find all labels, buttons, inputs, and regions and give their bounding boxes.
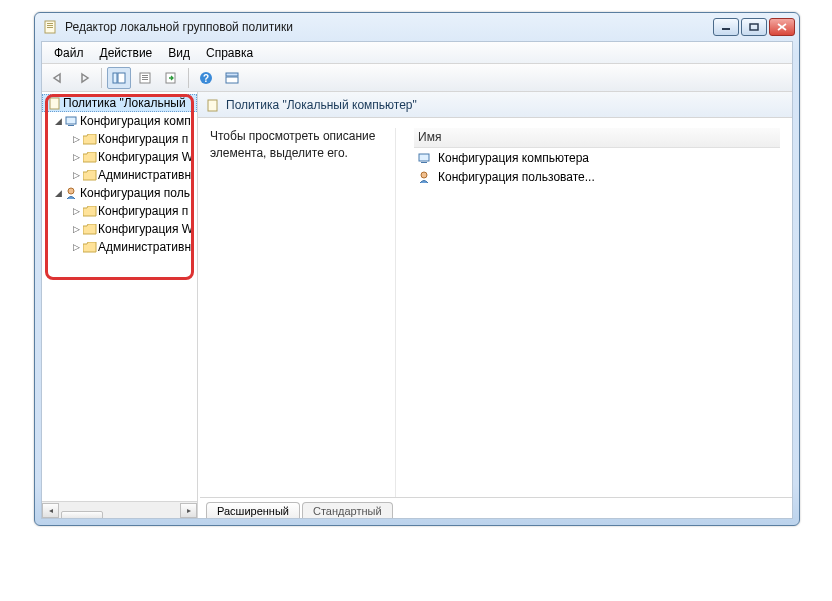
filter-button[interactable] bbox=[220, 67, 244, 89]
minimize-button[interactable] bbox=[713, 18, 739, 36]
folder-icon bbox=[82, 242, 98, 253]
list-item[interactable]: Конфигурация компьютера bbox=[414, 148, 780, 167]
app-icon bbox=[43, 19, 59, 35]
list-item-label: Конфигурация пользовате... bbox=[438, 170, 595, 184]
tab-standard[interactable]: Стандартный bbox=[302, 502, 393, 518]
column-header-name[interactable]: Имя bbox=[414, 128, 780, 148]
computer-icon bbox=[64, 115, 80, 127]
svg-rect-17 bbox=[226, 73, 238, 76]
svg-rect-12 bbox=[142, 77, 148, 78]
folder-icon bbox=[82, 134, 98, 145]
svg-rect-24 bbox=[419, 154, 429, 161]
title-bar: Редактор локальной групповой политики bbox=[35, 13, 799, 41]
policy-icon bbox=[206, 98, 220, 112]
tab-extended[interactable]: Расширенный bbox=[206, 502, 300, 518]
detail-pane: Политика "Локальный компьютер" Чтобы про… bbox=[198, 92, 792, 518]
tree-user-config[interactable]: ◢ Конфигурация поль bbox=[42, 184, 197, 202]
svg-rect-21 bbox=[68, 125, 74, 126]
collapse-icon[interactable]: ◢ bbox=[52, 116, 64, 126]
collapse-icon[interactable]: ◢ bbox=[52, 188, 64, 198]
help-button[interactable]: ? bbox=[194, 67, 218, 89]
description-column: Чтобы просмотреть описание элемента, выд… bbox=[210, 128, 396, 497]
back-button[interactable] bbox=[46, 67, 70, 89]
tree-scrollbar[interactable]: ◂ ▸ bbox=[42, 501, 197, 518]
user-icon bbox=[64, 187, 80, 199]
svg-text:?: ? bbox=[203, 73, 209, 84]
tree-label: Конфигурация W bbox=[98, 222, 193, 236]
tree-label: Административн bbox=[98, 240, 191, 254]
svg-rect-4 bbox=[722, 28, 730, 30]
policy-icon bbox=[47, 96, 63, 110]
svg-rect-25 bbox=[421, 162, 427, 163]
svg-point-26 bbox=[421, 172, 427, 178]
expand-icon[interactable]: ▷ bbox=[70, 224, 82, 234]
maximize-button[interactable] bbox=[741, 18, 767, 36]
show-tree-button[interactable] bbox=[107, 67, 131, 89]
tree-item[interactable]: ▷ Конфигурация W bbox=[42, 148, 197, 166]
svg-rect-8 bbox=[113, 73, 117, 83]
refresh-button[interactable] bbox=[159, 67, 183, 89]
tree-label: Политика "Локальный bbox=[63, 96, 186, 110]
scroll-right-button[interactable]: ▸ bbox=[180, 503, 197, 518]
tree-pane: Политика "Локальный ◢ Конфигурация комп … bbox=[42, 92, 198, 518]
expand-icon[interactable]: ▷ bbox=[70, 152, 82, 162]
tree-label: Конфигурация п bbox=[98, 132, 188, 146]
tree-computer-config[interactable]: ◢ Конфигурация комп bbox=[42, 112, 197, 130]
tree-item[interactable]: ▷ Конфигурация п bbox=[42, 202, 197, 220]
tree-root[interactable]: Политика "Локальный bbox=[42, 94, 197, 112]
svg-rect-23 bbox=[208, 100, 217, 111]
user-icon bbox=[418, 171, 432, 183]
menu-view[interactable]: Вид bbox=[160, 44, 198, 62]
tree-item[interactable]: ▷ Конфигурация W bbox=[42, 220, 197, 238]
svg-rect-3 bbox=[47, 27, 53, 28]
menu-help[interactable]: Справка bbox=[198, 44, 261, 62]
folder-icon bbox=[82, 152, 98, 163]
tree-label: Конфигурация п bbox=[98, 204, 188, 218]
toolbar-separator bbox=[101, 68, 102, 88]
list-item-label: Конфигурация компьютера bbox=[438, 151, 589, 165]
tree-label: Конфигурация комп bbox=[80, 114, 191, 128]
window-title: Редактор локальной групповой политики bbox=[65, 20, 713, 34]
svg-rect-20 bbox=[66, 117, 76, 124]
svg-rect-1 bbox=[47, 23, 53, 24]
forward-button[interactable] bbox=[72, 67, 96, 89]
close-button[interactable] bbox=[769, 18, 795, 36]
svg-rect-18 bbox=[226, 77, 238, 83]
expand-icon[interactable]: ▷ bbox=[70, 170, 82, 180]
scroll-left-button[interactable]: ◂ bbox=[42, 503, 59, 518]
window-buttons bbox=[713, 18, 795, 36]
svg-rect-9 bbox=[118, 73, 125, 83]
tree-label: Конфигурация поль bbox=[80, 186, 190, 200]
computer-icon bbox=[418, 152, 432, 164]
svg-point-22 bbox=[68, 188, 74, 194]
svg-rect-2 bbox=[47, 25, 53, 26]
svg-rect-5 bbox=[750, 24, 758, 30]
menu-file[interactable]: Файл bbox=[46, 44, 92, 62]
expand-icon[interactable]: ▷ bbox=[70, 206, 82, 216]
detail-title: Политика "Локальный компьютер" bbox=[226, 98, 417, 112]
tab-bar: Расширенный Стандартный bbox=[200, 497, 792, 518]
tree-item[interactable]: ▷ Административн bbox=[42, 238, 197, 256]
folder-icon bbox=[82, 170, 98, 181]
menu-bar: Файл Действие Вид Справка bbox=[42, 42, 792, 64]
svg-rect-19 bbox=[50, 98, 59, 109]
tree-item[interactable]: ▷ Конфигурация п bbox=[42, 130, 197, 148]
expand-icon[interactable]: ▷ bbox=[70, 134, 82, 144]
svg-rect-13 bbox=[142, 79, 148, 80]
tree-label: Административн bbox=[98, 168, 191, 182]
list-item[interactable]: Конфигурация пользовате... bbox=[414, 167, 780, 186]
menu-action[interactable]: Действие bbox=[92, 44, 161, 62]
description-text: Чтобы просмотреть описание элемента, выд… bbox=[210, 128, 389, 162]
toolbar-separator bbox=[188, 68, 189, 88]
tree-item[interactable]: ▷ Административн bbox=[42, 166, 197, 184]
detail-body: Чтобы просмотреть описание элемента, выд… bbox=[198, 118, 792, 497]
app-window: Редактор локальной групповой политики Фа… bbox=[34, 12, 800, 526]
tree-view[interactable]: Политика "Локальный ◢ Конфигурация комп … bbox=[42, 92, 197, 501]
client-area: Файл Действие Вид Справка ? Политика "Ло… bbox=[41, 41, 793, 519]
svg-rect-11 bbox=[142, 75, 148, 76]
scroll-thumb[interactable] bbox=[61, 511, 103, 518]
work-area: Политика "Локальный ◢ Конфигурация комп … bbox=[42, 92, 792, 518]
properties-button[interactable] bbox=[133, 67, 157, 89]
list-column: Имя Конфигурация компьютера Конфигурация… bbox=[414, 128, 780, 497]
expand-icon[interactable]: ▷ bbox=[70, 242, 82, 252]
